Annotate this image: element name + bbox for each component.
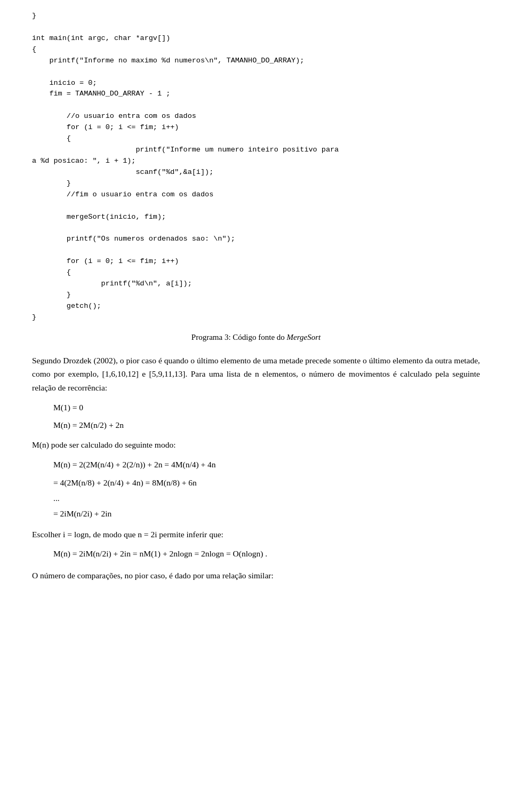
- math-step2: = 4(2M(n/8) + 2(n/4) + 4n) = 8M(n/8) + 6…: [53, 475, 480, 490]
- caption-label: Programa 3: Código fonte do: [191, 333, 287, 341]
- math-mn1: M(n) = 2M(n/2) + 2n: [53, 418, 480, 433]
- code-line-21: printf("Os numeros ordenados sao: \n");: [32, 235, 235, 243]
- code-line-12: {: [32, 134, 71, 142]
- code-line-5: printf("Informe no maximo %d numeros\n",…: [32, 57, 304, 65]
- code-line-17: //fim o usuario entra com os dados: [32, 190, 213, 198]
- code-line-8: fim = TAMANHO_DO_ARRAY - 1 ;: [32, 90, 170, 98]
- math-ellipsis: ...: [53, 493, 480, 503]
- code-block: } int main(int argc, char *argv[]) { pri…: [32, 11, 480, 323]
- caption-italic: MergeSort: [287, 333, 321, 341]
- code-line-23: for (i = 0; i <= fim; i++): [32, 257, 179, 265]
- code-line-19: mergeSort(inicio, fim);: [32, 213, 166, 221]
- code-line-24: {: [32, 268, 71, 276]
- math-final: M(n) = 2iM(n/2i) + 2in = nM(1) + 2nlogn …: [53, 546, 480, 561]
- code-line-28: }: [32, 313, 36, 321]
- math-step1: M(n) = 2(2M(n/4) + 2(2/n)) + 2n = 4M(n/4…: [53, 457, 480, 472]
- math-m1: M(1) = 0: [53, 400, 480, 415]
- code-line-15: scanf("%d",&a[i]);: [32, 168, 213, 176]
- code-line-10: //o usuario entra com os dados: [32, 112, 196, 120]
- code-line-27: getch();: [32, 302, 101, 310]
- code-line-16: }: [32, 179, 71, 187]
- choose-i: Escolher i = logn, de modo que n = 2i pe…: [32, 528, 480, 542]
- code-line-26: }: [32, 291, 71, 299]
- figure-caption: Programa 3: Código fonte do MergeSort: [32, 333, 480, 342]
- code-line-11: for (i = 0; i <= fim; i++): [32, 123, 179, 131]
- code-line-1: }: [32, 12, 36, 20]
- code-line-3: int main(int argc, char *argv[]): [32, 34, 170, 42]
- code-line-25: printf("%d\n", a[i]);: [32, 280, 192, 288]
- code-line-7: inicio = 0;: [32, 79, 97, 87]
- math-step3: = 2iM(n/2i) + 2in: [53, 506, 480, 521]
- comparisons-text: O número de comparações, no pior caso, é…: [32, 569, 480, 583]
- code-line-14: a %d posicao: ", i + 1);: [32, 157, 135, 165]
- paragraph-1: Segundo Drozdek (2002), o pior caso é qu…: [32, 354, 480, 395]
- code-line-13: printf("Informe um numero inteiro positi…: [32, 146, 339, 154]
- code-line-4: {: [32, 45, 36, 53]
- math-desc: M(n) pode ser calculado do seguinte modo…: [32, 438, 480, 452]
